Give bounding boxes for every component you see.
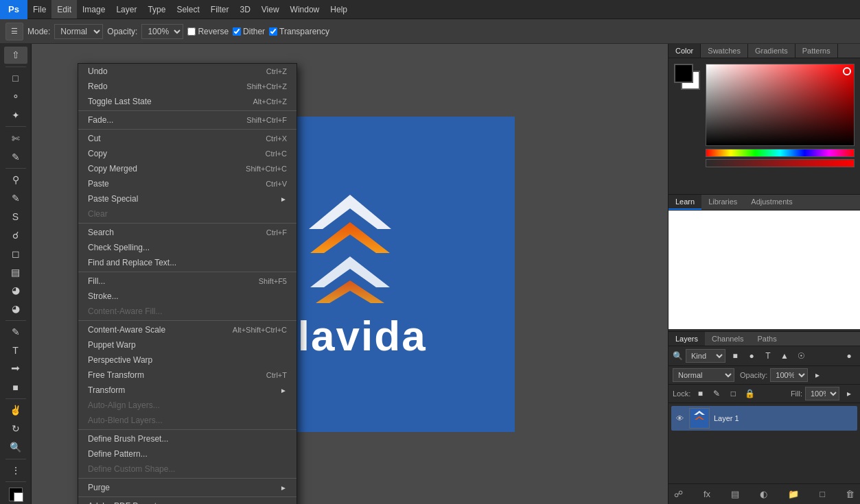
fill-select[interactable]: 100% (805, 387, 839, 400)
menu-copy[interactable]: CopyCtrl+C (78, 146, 297, 161)
tab-learn[interactable]: Learn (669, 195, 701, 210)
layer-delete-icon[interactable]: 🗑 (846, 489, 855, 499)
menu-search[interactable]: SearchCtrl+F (78, 225, 297, 240)
tool-stamp[interactable]: S (4, 208, 27, 226)
menu-paste-special[interactable]: Paste Special► (78, 191, 297, 206)
tool-text[interactable]: T (4, 341, 27, 359)
tool-gradient[interactable]: ▤ (4, 263, 27, 280)
tool-lasso[interactable]: ⚬ (4, 88, 27, 106)
menu-define-brush[interactable]: Define Brush Preset... (78, 431, 297, 446)
menu-copy-merged[interactable]: Copy MergedShift+Ctrl+C (78, 161, 297, 176)
layer-new-icon[interactable]: □ (820, 489, 825, 499)
menu-content-aware-scale[interactable]: Content-Aware ScaleAlt+Shift+Ctrl+C (78, 322, 297, 337)
color-hue-slider[interactable] (706, 149, 855, 157)
menu-cut[interactable]: CutCtrl+X (78, 131, 297, 146)
tool-brush[interactable]: ✎ (4, 190, 27, 207)
background-color[interactable] (14, 492, 23, 502)
layer-visibility-toggle[interactable]: 👁 (674, 413, 685, 424)
menu-find-replace[interactable]: Find and Replace Text... (78, 255, 297, 270)
tab-channels[interactable]: Channels (705, 332, 750, 346)
menu-help[interactable]: Help (325, 0, 353, 19)
menu-define-pattern[interactable]: Define Pattern... (78, 446, 297, 461)
menu-purge[interactable]: Purge► (78, 480, 297, 495)
menu-pdf-presets[interactable]: Adobe PDF Presets... (78, 499, 297, 504)
fill-arrow[interactable]: ▸ (842, 387, 856, 400)
tool-history-brush[interactable]: ☌ (4, 226, 27, 243)
menu-3d[interactable]: 3D (234, 0, 255, 19)
menu-toggle-last-state[interactable]: Toggle Last StateAlt+Ctrl+Z (78, 94, 297, 109)
tab-swatches[interactable]: Swatches (701, 44, 748, 58)
layer-filter-select[interactable]: Kind Name Effect (686, 349, 725, 363)
tool-eyedropper[interactable]: ✎ (4, 148, 27, 165)
tool-rotate[interactable]: ↻ (4, 420, 27, 437)
menu-clear[interactable]: Clear (78, 206, 297, 221)
tool-pen[interactable]: ✎ (4, 324, 27, 341)
menu-edit[interactable]: Edit (51, 0, 77, 19)
tool-healing[interactable]: ⚲ (4, 171, 27, 189)
color-saturation-brightness[interactable] (706, 64, 855, 146)
blend-mode-select[interactable]: Normal Multiply Screen (673, 368, 734, 382)
reverse-checkbox[interactable]: Reverse (187, 27, 229, 36)
menu-window[interactable]: Window (285, 0, 325, 19)
menu-filter[interactable]: Filter (205, 0, 235, 19)
layer-filter-smart[interactable]: ☉ (794, 349, 808, 363)
layer-filter-adjustment[interactable]: ● (745, 349, 758, 363)
toolbar-options-btn[interactable]: ☰ (5, 23, 23, 40)
tool-path-select[interactable]: ⮕ (4, 360, 27, 377)
color-alpha-slider[interactable] (706, 159, 855, 167)
tool-shape[interactable]: ■ (4, 379, 27, 396)
menu-fade[interactable]: Fade...Shift+Ctrl+F (78, 112, 297, 128)
menu-perspective-warp[interactable]: Perspective Warp (78, 352, 297, 368)
menu-content-aware-fill[interactable]: Content-Aware Fill... (78, 304, 297, 319)
lock-move-btn[interactable]: ✎ (710, 387, 723, 400)
menu-select[interactable]: Select (171, 0, 205, 19)
tab-layers[interactable]: Layers (669, 332, 705, 346)
tool-magic-wand[interactable]: ✦ (4, 106, 27, 123)
layer-fx-icon[interactable]: fx (704, 489, 710, 499)
layer-opacity-arrow[interactable]: ▸ (811, 368, 824, 382)
menu-auto-blend[interactable]: Auto-Blend Layers... (78, 413, 297, 428)
lock-artboard-btn[interactable]: □ (726, 387, 740, 400)
layer-filter-shape[interactable]: ▲ (778, 349, 791, 363)
tab-libraries[interactable]: Libraries (701, 195, 744, 210)
layer-link-icon[interactable]: ☍ (674, 489, 683, 499)
tool-hand[interactable]: ✌ (4, 402, 27, 419)
menu-image[interactable]: Image (77, 0, 111, 19)
dither-checkbox[interactable]: Dither (233, 27, 265, 36)
tab-patterns[interactable]: Patterns (795, 44, 838, 58)
menu-auto-align[interactable]: Auto-Align Layers... (78, 398, 297, 413)
layer-folder-icon[interactable]: 📁 (788, 489, 799, 499)
menu-view[interactable]: View (256, 0, 285, 19)
menu-file[interactable]: File (27, 0, 51, 19)
tab-gradients[interactable]: Gradients (748, 44, 795, 58)
tool-crop[interactable]: ✄ (4, 130, 27, 147)
layer-filter-type[interactable]: T (761, 349, 775, 363)
menu-paste[interactable]: PasteCtrl+V (78, 176, 297, 191)
menu-stroke[interactable]: Stroke... (78, 289, 297, 304)
tool-marquee[interactable]: □ (4, 70, 27, 87)
layer-adjustment-icon[interactable]: ◐ (760, 489, 767, 499)
foreground-swatch[interactable] (674, 64, 693, 83)
menu-type[interactable]: Type (142, 0, 171, 19)
lock-pixels-btn[interactable]: ■ (693, 387, 707, 400)
tool-dodge[interactable]: ◕ (4, 300, 27, 317)
menu-define-shape[interactable]: Define Custom Shape... (78, 461, 297, 477)
menu-fill[interactable]: Fill...Shift+F5 (78, 274, 297, 289)
layer-filter-pixel[interactable]: ■ (728, 349, 742, 363)
menu-undo[interactable]: UndoCtrl+Z (78, 64, 297, 79)
menu-layer[interactable]: Layer (111, 0, 142, 19)
tool-move[interactable]: ⇧ (4, 47, 27, 64)
menu-free-transform[interactable]: Free TransformCtrl+T (78, 368, 297, 383)
tool-extra[interactable]: ⋮ (4, 461, 27, 479)
tab-color[interactable]: Color (669, 44, 701, 58)
menu-check-spelling[interactable]: Check Spelling... (78, 240, 297, 255)
tool-zoom[interactable]: 🔍 (4, 439, 27, 456)
tool-blur[interactable]: ◕ (4, 282, 27, 299)
opacity-select[interactable]: 100% 75% 50% (141, 24, 183, 39)
foreground-color[interactable] (9, 488, 23, 501)
tab-paths[interactable]: Paths (751, 332, 784, 346)
layer-filter-toggle[interactable]: ● (842, 349, 856, 363)
menu-transform[interactable]: Transform► (78, 383, 297, 398)
layer-opacity-select[interactable]: 100% 75% (770, 368, 808, 382)
layer-mask-icon[interactable]: ▤ (731, 489, 739, 499)
